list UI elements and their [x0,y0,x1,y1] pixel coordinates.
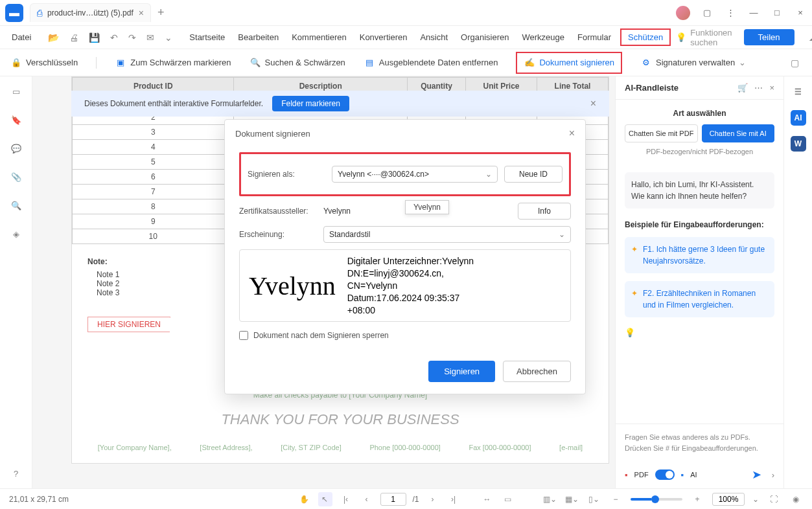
close-window-button[interactable]: × [794,6,807,19]
expand-chat-icon[interactable]: › [772,470,774,480]
lightbulb-hint-icon[interactable]: 💡 [625,328,635,337]
menu-organisieren[interactable]: Organisieren [457,30,513,45]
input-hint: Fragen Sie etwas anderes als zu PDFs. Dr… [616,424,783,461]
mail-icon[interactable]: ✉ [144,32,157,43]
next-page-icon[interactable]: › [426,492,440,506]
comments-icon[interactable]: 💬 [9,141,23,155]
view-mode-icon[interactable]: ▥⌄ [542,492,557,506]
example-prompt-1[interactable]: ✦ F1. Ich hätte gerne 3 Ideen für gute N… [625,237,774,273]
maximize-button[interactable]: □ [771,6,783,19]
cart-icon[interactable]: 🛒 [737,83,748,93]
new-id-button[interactable]: Neue ID [504,166,563,183]
first-page-icon[interactable]: |‹ [338,492,353,506]
menubar: Datei 📂 🖨 💾 ↶ ↷ ✉ ⌄ Startseite Bearbeite… [0,26,812,49]
remove-hidden-icon: ▤ [364,57,375,69]
menu-formular[interactable]: Formular [574,30,615,45]
fit-width-icon[interactable]: ↔ [480,492,494,506]
cloud-icon[interactable]: ☁ [806,32,812,43]
menu-kommentieren[interactable]: Kommentieren [288,30,351,45]
pdf-toggle[interactable] [655,469,675,480]
print-icon[interactable]: 🖨 [67,32,81,43]
lock-after-sign-checkbox[interactable]: Dokument nach dem Signieren sperren [239,331,571,340]
chevron-down-icon: ⌄ [485,170,492,179]
thumbnails-icon[interactable]: ▭ [9,84,23,98]
sign-document-button[interactable]: ✍ Dokument signieren [516,52,622,74]
word-badge-icon[interactable]: W [791,136,806,152]
hand-tool-icon[interactable]: ✋ [297,492,311,506]
ai-greeting: Hallo, ich bin Lumi, Ihr KI-Assistent. W… [625,172,774,209]
cancel-button[interactable]: Abbrechen [503,361,571,382]
highlight-fields-button[interactable]: Felder markieren [272,96,349,111]
bookmarks-icon[interactable]: 🔖 [9,113,23,127]
sign-button[interactable]: Signieren [428,361,495,382]
zoom-chevron-icon[interactable]: ⌄ [752,495,759,504]
menu-konvertieren[interactable]: Konvertieren [356,30,412,45]
menu-ansicht[interactable]: Ansicht [416,30,452,45]
reading-mode-icon[interactable]: ▦⌄ [564,492,579,506]
attachments-icon[interactable]: 📎 [9,170,23,184]
search-redact-button[interactable]: 🔍 Suchen & Schwärzen [249,57,345,69]
tab-close-icon[interactable]: × [139,8,144,18]
document-tab[interactable]: ⎙ product-inv…ützt) (5).pdf × [30,3,151,22]
sparkle-icon: ✦ [631,243,638,267]
menu-file[interactable]: Datei [8,30,35,45]
encrypt-button[interactable]: 🔒 Verschlüsseln [10,57,78,69]
page-number-input[interactable] [380,493,406,506]
menu-schuetzen[interactable]: Schützen [620,28,671,46]
info-button[interactable]: Info [518,203,571,220]
remove-hidden-button[interactable]: ▤ Ausgeblendete Daten entfernen [364,57,498,69]
menu-werkzeuge[interactable]: Werkzeuge [518,30,569,45]
sliders-icon[interactable]: ☰ [791,84,806,100]
left-sidebar: ▭ 🔖 💬 📎 🔍 ◈ ? [0,76,32,488]
feedback-icon[interactable]: ▢ [701,6,713,19]
zoom-out-icon[interactable]: − [609,492,623,506]
tab-title: product-inv…ützt) (5).pdf [47,8,133,17]
redact-mark-button[interactable]: ▣ Zum Schwärzen markieren [115,57,231,69]
select-tool-icon[interactable]: ↖ [318,492,332,506]
sparkle-icon: ✦ [631,288,638,311]
more-icon[interactable]: ⌄ [162,32,175,43]
search-panel-icon[interactable]: 🔍 [9,198,23,212]
example-prompt-2[interactable]: ✦ F2. Erzähltechniken in Romanen und in … [625,281,774,317]
read-mode-icon[interactable]: ◉ [789,492,803,506]
manage-signatures-button[interactable]: ⚙ Signaturen verwalten ⌄ [640,57,746,69]
more-dots-icon[interactable]: ⋯ [754,83,763,93]
scroll-mode-icon[interactable]: ▯⌄ [586,492,601,506]
fullscreen-icon[interactable]: ⛶ [767,492,781,506]
zoom-slider[interactable] [631,498,682,501]
close-sidebar-icon[interactable]: × [769,83,774,93]
menu-bearbeiten[interactable]: Bearbeiten [234,30,283,45]
save-icon: ⎙ [37,8,42,18]
menu-startseite[interactable]: Startseite [185,30,229,45]
zoom-in-icon[interactable]: + [690,492,704,506]
share-button[interactable]: Teilen [744,29,795,45]
prev-page-icon[interactable]: ‹ [359,492,373,506]
ai-badge-icon[interactable]: AI [791,110,806,126]
chat-ai-button[interactable]: Chatten Sie mit AI [702,124,775,142]
last-page-icon[interactable]: ›| [447,492,461,506]
chat-pdf-button[interactable]: Chatten Sie mit PDF [625,124,698,142]
layers-icon[interactable]: ◈ [9,227,23,241]
chevron-down-icon: ⌄ [559,230,565,239]
sign-here-field[interactable]: HIER SIGNIEREN [87,317,170,332]
send-icon[interactable]: ➤ [752,468,761,482]
open-icon[interactable]: 📂 [45,32,62,43]
redo-icon[interactable]: ↷ [126,32,139,43]
new-tab-button[interactable]: + [157,6,165,19]
sign-as-select[interactable]: Yvelynn <····@300624.cn> ⌄ [332,166,498,183]
signature-preview: Yvelynn Digitaler Unterzeichner:Yvelynn … [239,249,571,322]
appearance-select[interactable]: Standardstil ⌄ [323,226,571,243]
kebab-menu-icon[interactable]: ⋮ [724,6,737,19]
banner-close-icon[interactable]: × [590,98,596,109]
undo-icon[interactable]: ↶ [108,32,121,43]
fit-page-icon[interactable]: ▭ [501,492,515,506]
toolbar-extra-icon[interactable]: ▢ [788,58,802,68]
feature-search[interactable]: 💡 Funktionen suchen [676,28,732,47]
minimize-button[interactable]: — [747,6,760,19]
user-avatar[interactable] [676,6,690,20]
dialog-close-icon[interactable]: × [569,128,575,139]
examples-title: Beispiele für Eingabeaufforderungen: [616,216,783,233]
zoom-input[interactable] [712,493,745,506]
save-as-icon[interactable]: 💾 [86,32,102,43]
help-icon[interactable]: ? [9,466,23,481]
